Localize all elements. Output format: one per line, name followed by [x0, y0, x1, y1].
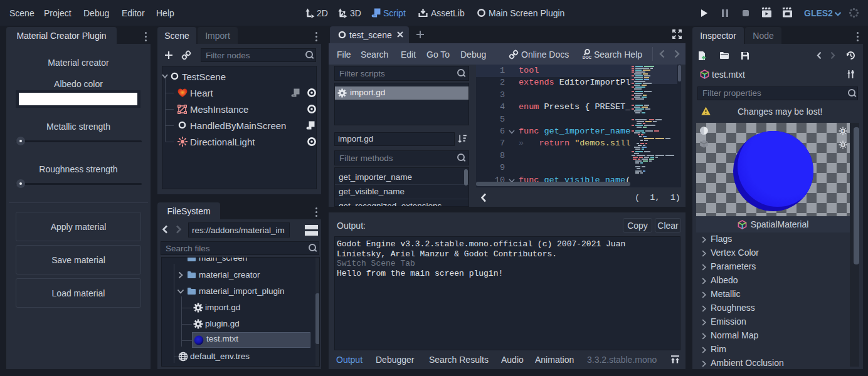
svg-text:DOC: DOC	[583, 55, 592, 60]
